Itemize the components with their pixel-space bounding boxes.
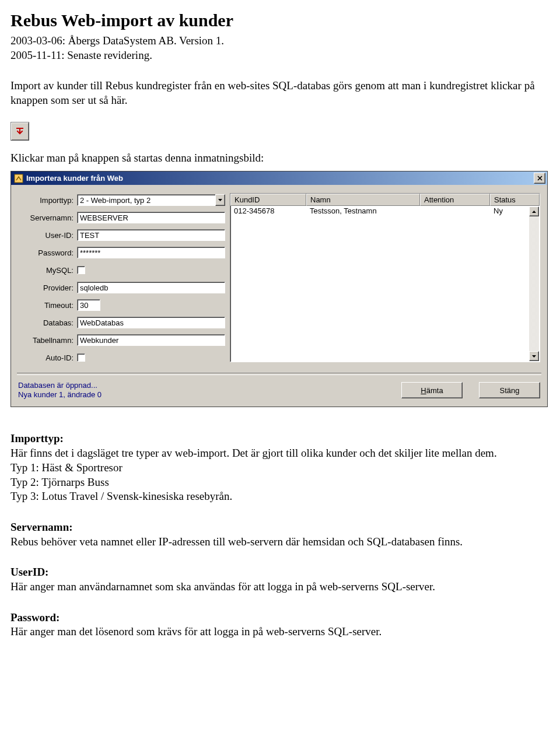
label-tabellnamn: Tabellnamn: xyxy=(18,336,77,345)
fetch-button[interactable]: Hämta xyxy=(401,382,463,398)
result-list[interactable]: KundID Namn Attention Status 012-345678 … xyxy=(230,193,540,362)
provider-input[interactable]: sqloledb xyxy=(77,282,225,293)
import-dialog: Importera kunder från Web Importtyp: 2 -… xyxy=(10,171,548,407)
section-userid: UserID: Här anger man användarnamnet som… xyxy=(10,565,550,594)
col-namn[interactable]: Namn xyxy=(306,194,420,206)
databas-input[interactable]: WebDatabas xyxy=(77,317,225,328)
section-text: Typ 1: Häst & Sportresor xyxy=(10,461,550,475)
form-panel: Importtyp: 2 - Web-import, typ 2 Servern… xyxy=(18,193,225,368)
label-databas: Databas: xyxy=(18,318,77,327)
tabellnamn-input[interactable]: Webkunder xyxy=(77,334,225,346)
col-kundid[interactable]: KundID xyxy=(230,194,306,206)
section-importtyp: Importtyp: Här finns det i dagsläget tre… xyxy=(10,432,550,503)
section-text: Typ 2: Tjörnarps Buss xyxy=(10,475,550,490)
cell-attention xyxy=(420,206,490,216)
status-text: Databasen är öppnad... Nya kunder 1, änd… xyxy=(18,381,385,400)
status-line-1: Databasen är öppnad... xyxy=(18,381,385,390)
list-scrollbar[interactable] xyxy=(529,206,539,361)
web-import-icon-button[interactable] xyxy=(10,122,29,141)
col-status[interactable]: Status xyxy=(490,194,540,206)
down-arrow-icon xyxy=(15,127,24,136)
svg-rect-0 xyxy=(15,174,23,183)
section-text: Här anger man det lösenord som krävs för… xyxy=(10,625,550,639)
label-timeout: Timeout: xyxy=(18,301,77,310)
app-icon xyxy=(14,174,23,183)
meta-line-1: 2003-03-06: Åbergs DataSystem AB. Versio… xyxy=(10,34,550,48)
section-text: Typ 3: Lotus Travel / Svensk-kinesiska r… xyxy=(10,489,550,504)
label-importtyp: Importtyp: xyxy=(18,196,77,205)
cell-namn: Testsson, Testnamn xyxy=(306,206,420,216)
list-item[interactable]: 012-345678 Testsson, Testnamn Ny xyxy=(230,206,540,216)
importtyp-value: 2 - Web-import, typ 2 xyxy=(77,194,215,206)
chevron-down-icon[interactable] xyxy=(215,194,225,206)
close-icon[interactable] xyxy=(534,173,545,184)
scroll-down-icon[interactable] xyxy=(529,351,539,361)
status-line-2: Nya kunder 1, ändrade 0 xyxy=(18,390,385,400)
servernamn-input[interactable]: WEBSERVER xyxy=(77,212,225,223)
scroll-up-icon[interactable] xyxy=(529,206,539,216)
userid-input[interactable]: TEST xyxy=(77,229,225,241)
section-title: Password: xyxy=(10,611,550,625)
mysql-checkbox[interactable] xyxy=(77,266,85,274)
dialog-title: Importera kunder från Web xyxy=(26,174,534,183)
autoid-checkbox[interactable] xyxy=(77,353,85,362)
section-servernamn: Servernamn: Rebus behöver veta namnet el… xyxy=(10,520,550,549)
page-title: Rebus Web-import av kunder xyxy=(10,10,550,30)
close-button[interactable]: Stäng xyxy=(479,382,540,398)
label-provider: Provider: xyxy=(18,283,77,292)
importtyp-combo[interactable]: 2 - Web-import, typ 2 xyxy=(77,194,225,206)
dialog-titlebar: Importera kunder från Web xyxy=(11,171,547,185)
section-password: Password: Här anger man det lösenord som… xyxy=(10,611,550,639)
section-title: UserID: xyxy=(10,565,550,580)
section-text: Här finns det i dagsläget tre typer av w… xyxy=(10,446,550,461)
timeout-input[interactable]: 30 xyxy=(77,299,100,311)
label-mysql: MySQL: xyxy=(18,266,77,275)
list-header: KundID Namn Attention Status xyxy=(230,194,540,206)
col-attention[interactable]: Attention xyxy=(420,194,490,206)
label-password: Password: xyxy=(18,248,77,257)
scroll-track[interactable] xyxy=(529,216,539,351)
section-text: Rebus behöver veta namnet eller IP-adres… xyxy=(10,535,550,549)
section-text: Här anger man användarnamnet som ska anv… xyxy=(10,580,550,594)
cell-kundid: 012-345678 xyxy=(230,206,306,216)
section-title: Importtyp: xyxy=(10,432,550,446)
meta-line-2: 2005-11-11: Senaste revidering. xyxy=(10,48,550,63)
label-servernamn: Servernamn: xyxy=(18,213,77,222)
label-userid: User-ID: xyxy=(18,231,77,240)
section-title: Servernamn: xyxy=(10,520,550,535)
intro-paragraph: Import av kunder till Rebus kundregister… xyxy=(10,79,550,107)
after-icon-paragraph: Klickar man på knappen så startas denna … xyxy=(10,151,550,166)
password-input[interactable]: ******* xyxy=(77,247,225,258)
label-autoid: Auto-ID: xyxy=(18,353,77,362)
